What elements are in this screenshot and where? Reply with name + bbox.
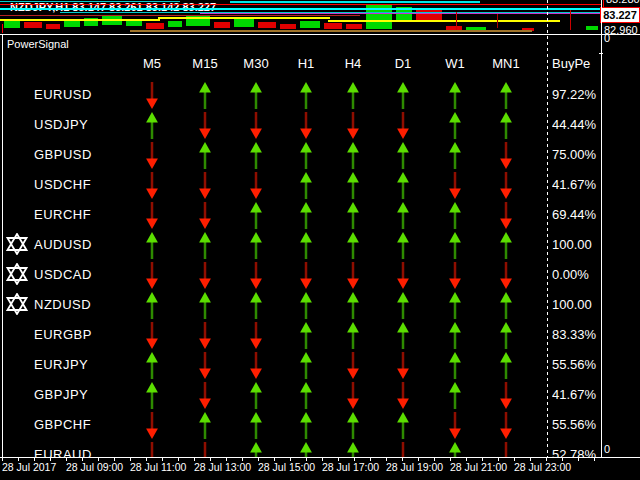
pair-label: USDJPY — [34, 117, 88, 132]
signal-row-usdcad[interactable]: USDCAD0.00% — [0, 259, 601, 289]
up-arrow-icon — [300, 442, 313, 457]
signal-row-eurjpy[interactable]: EURJPY55.56% — [0, 349, 601, 379]
axis-tick — [402, 458, 403, 461]
subwindow-scale-bottom: 0 — [604, 443, 610, 455]
pair-label: GBPJPY — [34, 387, 88, 402]
signal-row-nzdusd[interactable]: NZDUSD100.00 — [0, 289, 601, 319]
signal-row-gbpusd[interactable]: GBPUSD75.00% — [0, 139, 601, 169]
signal-row-gbpjpy[interactable]: GBPJPY41.67% — [0, 379, 601, 409]
signal-row-euraud[interactable]: EURAUD52.78% — [0, 439, 601, 457]
candle — [280, 24, 296, 29]
buy-percent-value: 41.67% — [552, 387, 601, 402]
axis-tick — [18, 458, 19, 461]
axis-tick — [306, 458, 307, 461]
chart-line — [0, 1, 180, 2]
axis-tick — [354, 458, 355, 461]
axis-tick — [594, 458, 595, 461]
chart-line — [0, 4, 640, 5]
time-axis-label: 28 Jul 23:00 — [514, 461, 571, 473]
chart-line — [456, 12, 457, 30]
indicator-name: PowerSignal — [7, 38, 69, 50]
main-chart-canvas[interactable]: NZDJPY,H1 83.147 83.261 83.142 83.227 — [0, 0, 640, 34]
tf-header-w1: W1 — [445, 56, 465, 71]
down-arrow-icon — [199, 442, 212, 457]
tf-header-h1: H1 — [298, 56, 315, 71]
axis-tick — [178, 458, 179, 461]
buy-percent-value: 0.00% — [552, 267, 601, 282]
time-axis-label: 28 Jul 21:00 — [450, 461, 507, 473]
pair-label: EURCHF — [34, 207, 91, 222]
signal-row-eurusd[interactable]: EURUSD97.22% — [0, 79, 601, 109]
chart-line — [0, 8, 601, 10]
tf-header-m15: M15 — [192, 56, 217, 71]
up-arrow-icon — [347, 442, 360, 457]
favorite-star-icon[interactable] — [6, 233, 28, 255]
signal-row-eurgbp[interactable]: EURGBP83.33% — [0, 319, 601, 349]
buy-percent-value: 55.56% — [552, 417, 601, 432]
time-axis[interactable]: 28 Jul 201728 Jul 09:0028 Jul 11:0028 Ju… — [0, 458, 640, 480]
chart-line — [497, 14, 498, 28]
favorite-star-icon[interactable] — [6, 263, 28, 285]
price-scale[interactable]: 83.280 83.227 82.960 — [602, 0, 640, 457]
chart-line — [130, 30, 532, 32]
pair-label: GBPCHF — [34, 417, 91, 432]
buy-percent-value: 69.44% — [552, 207, 601, 222]
chart-line — [0, 19, 160, 21]
axis-tick — [130, 458, 131, 461]
time-axis-label: 28 Jul 15:00 — [258, 461, 315, 473]
signal-row-gbpchf[interactable]: GBPCHF55.56% — [0, 409, 601, 439]
axis-tick — [370, 458, 371, 461]
axis-tick — [34, 458, 35, 461]
buy-percent-header: BuyPe — [552, 56, 601, 71]
signal-row-usdjpy[interactable]: USDJPY44.44% — [0, 109, 601, 139]
down-arrow-icon — [397, 442, 410, 457]
candle — [46, 24, 60, 29]
buy-percent-value: 52.78% — [552, 447, 601, 457]
favorite-star-icon[interactable] — [6, 293, 28, 315]
pair-label: NZDUSD — [34, 297, 91, 312]
axis-tick — [2, 458, 3, 461]
pair-label: EURAUD — [34, 447, 92, 457]
signal-row-usdchf[interactable]: USDCHF41.67% — [0, 169, 601, 199]
candle — [258, 22, 276, 28]
pair-label: USDCHF — [34, 177, 91, 192]
crosshair-dashed-line — [547, 0, 548, 457]
time-axis-label: 28 Jul 09:00 — [66, 461, 123, 473]
axis-tick — [258, 458, 259, 461]
candle — [346, 24, 362, 29]
up-arrow-icon — [449, 442, 462, 457]
candle — [214, 22, 230, 28]
pair-label: AUDUSD — [34, 237, 92, 252]
signal-row-eurchf[interactable]: EURCHF69.44% — [0, 199, 601, 229]
axis-tick — [562, 458, 563, 461]
buy-percent-value: 97.22% — [552, 87, 601, 102]
axis-tick — [546, 458, 547, 461]
down-arrow-icon — [500, 442, 513, 457]
up-arrow-icon — [250, 442, 263, 457]
axis-tick — [290, 458, 291, 461]
time-axis-label: 28 Jul 17:00 — [322, 461, 379, 473]
axis-tick — [162, 458, 163, 461]
pair-label: USDCAD — [34, 267, 92, 282]
axis-tick — [66, 458, 67, 461]
axis-tick — [226, 458, 227, 461]
axis-tick — [98, 458, 99, 461]
axis-tick — [386, 458, 387, 461]
chart-line — [570, 10, 571, 30]
axis-tick — [194, 458, 195, 461]
axis-tick — [498, 458, 499, 461]
chart-line — [230, 1, 480, 3]
tf-header-d1: D1 — [395, 56, 412, 71]
mt4-chart-window: NZDJPY,H1 83.147 83.261 83.142 83.227 83… — [0, 0, 640, 480]
signal-row-audusd[interactable]: AUDUSD100.00 — [0, 229, 601, 259]
axis-tick — [482, 458, 483, 461]
axis-tick — [274, 458, 275, 461]
tf-header-mn1: MN1 — [492, 56, 519, 71]
time-axis-label: 28 Jul 13:00 — [194, 461, 251, 473]
subwindow-scale-top: 0 — [604, 32, 610, 44]
axis-tick — [466, 458, 467, 461]
chart-line — [200, 13, 601, 14]
axis-tick — [82, 458, 83, 461]
buy-percent-value: 41.67% — [552, 177, 601, 192]
time-axis-label: 28 Jul 2017 — [2, 461, 56, 473]
